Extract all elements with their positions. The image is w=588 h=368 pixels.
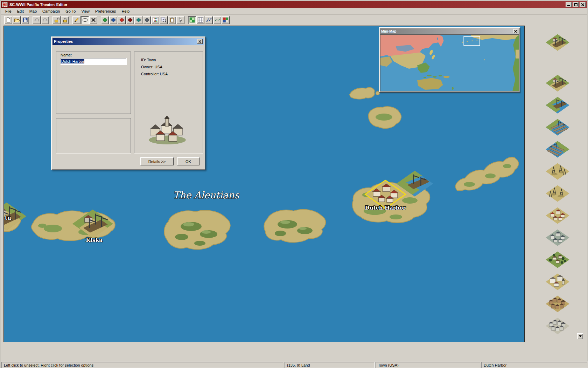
id-line: ID: Town: [141, 58, 156, 62]
city-brown-icon: [545, 294, 570, 313]
menu-bar: File Edit Map Campaign Go To View Prefer…: [1, 8, 587, 15]
palette-tile-town-white[interactable]: [545, 272, 570, 291]
palette-tile-village-green[interactable]: [545, 250, 570, 269]
menu-map[interactable]: Map: [27, 8, 40, 14]
toolbar-delete-button[interactable]: [89, 16, 97, 24]
palette-tile-docks-blue-alt[interactable]: [545, 140, 570, 159]
oil-derricks-icon: [545, 162, 570, 181]
palette-scroll-down-button[interactable]: [577, 333, 583, 339]
toolbar-redo-button[interactable]: [41, 16, 49, 24]
harbor-cranes-coast-icon: [545, 96, 570, 115]
toolbar-terrain-blue-button[interactable]: [109, 16, 117, 24]
red-tile-icon: [119, 17, 125, 23]
toolbar-grid-toggle[interactable]: [196, 16, 204, 24]
close-icon: [514, 30, 517, 32]
name-input[interactable]: Dutch Harbor: [60, 58, 127, 65]
palette-tile-docks-blue[interactable]: [545, 118, 570, 137]
menu-help[interactable]: Help: [119, 8, 132, 14]
toolbar-terrain-red-button[interactable]: [118, 16, 126, 24]
toolbar-terrain-darkred-button[interactable]: [126, 16, 134, 24]
dialog-title-bar[interactable]: Properties: [52, 38, 204, 45]
town-white-icon: [545, 272, 570, 291]
minimap-title-bar[interactable]: Mini-Map: [380, 28, 519, 34]
minimize-button[interactable]: [566, 2, 572, 7]
palette-selected-tile[interactable]: [545, 33, 570, 52]
menu-view[interactable]: View: [78, 8, 92, 14]
lock-icon: [62, 17, 68, 23]
toolbar-terrain-green-button[interactable]: [101, 16, 109, 24]
toolbar-save-button[interactable]: [21, 16, 29, 24]
title-bar: SC-WWII Pacific Theater: Editor: [1, 1, 587, 8]
empty-groupbox: [56, 118, 131, 153]
menu-file[interactable]: File: [2, 8, 14, 14]
town-gray-icon: [545, 228, 570, 247]
city-gray-icon: [545, 316, 570, 335]
palette-tile-oil-derricks-alt[interactable]: [545, 184, 570, 203]
region-label: The Aleutians: [173, 190, 240, 200]
palette-tile-town-gray[interactable]: [545, 228, 570, 247]
gray-tile-icon: [144, 17, 150, 23]
toolbar-new-button[interactable]: [4, 16, 12, 24]
green-tile-icon: [102, 17, 108, 23]
toolbar-polyline-button[interactable]: [205, 16, 213, 24]
minimap-canvas[interactable]: [380, 34, 519, 91]
polyline-icon: [206, 17, 212, 23]
palette-tile-town-red-roofs[interactable]: [545, 206, 570, 225]
toolbar-open-button[interactable]: [13, 16, 21, 24]
status-bar: Left click to unselect, Right click for …: [0, 361, 588, 368]
blue-tile-icon: [111, 17, 116, 23]
clipboard-icon: [169, 17, 175, 23]
palette-tile-city-gray[interactable]: [545, 316, 570, 335]
palette-tile-harbor-cranes-green[interactable]: [545, 74, 570, 93]
close-icon: [198, 40, 201, 42]
palette-tile-city-brown[interactable]: [545, 294, 570, 313]
name-label: Name:: [61, 53, 72, 57]
palette-tile-harbor-cranes-coast[interactable]: [545, 96, 570, 115]
toolbar-pencil-button[interactable]: [72, 16, 80, 24]
app-icon: [2, 2, 8, 7]
controller-line: Controller: USA: [141, 72, 168, 76]
close-button[interactable]: [580, 2, 586, 7]
menu-goto[interactable]: Go To: [63, 8, 78, 14]
toolbar-unlock-button[interactable]: [52, 16, 61, 24]
toolbar-zoom-button[interactable]: [160, 16, 168, 24]
toolbar-undo-button[interactable]: [33, 16, 41, 24]
toolbar-curve-button[interactable]: [213, 16, 221, 24]
palette-tile-oil-derricks[interactable]: [545, 162, 570, 181]
toolbar-ellipse-select-button[interactable]: [81, 16, 89, 24]
ok-button[interactable]: OK: [177, 157, 200, 165]
curve-icon: [215, 17, 220, 23]
toolbar-lock-button[interactable]: [61, 16, 69, 24]
toolbar-terrain-gray-button[interactable]: [143, 16, 151, 24]
pointer-icon: [178, 17, 183, 23]
dialog-close-button[interactable]: [197, 39, 203, 44]
menu-preferences[interactable]: Preferences: [92, 8, 119, 14]
toolbar-terrain-teal-button[interactable]: [134, 16, 142, 24]
owner-line: Owner: USA: [141, 65, 162, 69]
village-green-icon: [545, 250, 570, 269]
green-checker-icon: [189, 17, 195, 23]
properties-dialog: Properties Name: Dutch Harbor ID: Town O…: [51, 36, 205, 170]
menu-campaign[interactable]: Campaign: [40, 8, 63, 14]
grid-icon: [198, 17, 203, 23]
toolbar-paste-button[interactable]: [168, 16, 176, 24]
toolbar-pointer-button[interactable]: [176, 16, 184, 24]
menu-edit[interactable]: Edit: [14, 8, 27, 14]
close-icon: [581, 3, 584, 6]
maximize-button[interactable]: [573, 2, 579, 7]
delete-x-icon: [91, 17, 96, 23]
multicolor-dots-icon: [153, 17, 158, 23]
minimap-close-button[interactable]: [513, 29, 518, 33]
minimap-window: Mini-Map: [379, 27, 520, 93]
save-icon: [22, 17, 28, 23]
details-button[interactable]: Details >>: [140, 157, 174, 165]
toolbar-hexgrid-toggle[interactable]: [188, 16, 196, 24]
toolbar: [1, 15, 587, 25]
toolbar-multicolor-dots-button[interactable]: [151, 16, 159, 24]
dialog-title: Properties: [54, 39, 73, 43]
minimize-icon: [567, 5, 570, 6]
ellipse-select-icon: [82, 17, 88, 23]
chevron-down-icon: [579, 335, 582, 337]
pencil-icon: [74, 17, 79, 23]
toolbar-rgbgrid-button[interactable]: [222, 16, 230, 24]
